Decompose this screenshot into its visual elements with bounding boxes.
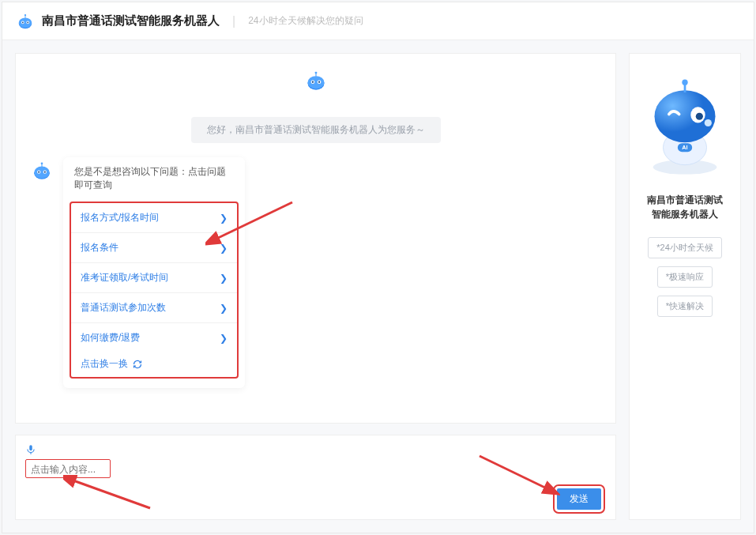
svg-line-27 <box>71 480 150 508</box>
svg-point-23 <box>41 162 43 164</box>
question-item[interactable]: 普通话测试参加次数 ❯ <box>71 293 237 323</box>
suggestion-intro: 您是不是想咨询以下问题：点击问题即可查询 <box>63 165 245 194</box>
question-label: 如何缴费/退费 <box>81 331 140 345</box>
robot-large-icon: AI <box>641 76 728 179</box>
app-window: 南昌市普通话测试智能服务机器人 | 24小时全天候解决您的疑问 <box>2 2 754 533</box>
question-label: 报名方式/报名时间 <box>81 211 159 224</box>
svg-rect-25 <box>29 445 32 450</box>
svg-point-5 <box>27 21 28 23</box>
chevron-right-icon: ❯ <box>220 213 228 224</box>
svg-line-28 <box>480 456 548 489</box>
refresh-label: 点击换一换 <box>81 357 128 371</box>
sidebar-robot-illustration: AI <box>641 76 728 182</box>
question-label: 报名条件 <box>81 241 118 254</box>
sidebar-tag: *24小时全天候 <box>648 237 722 258</box>
svg-text:AI: AI <box>682 144 687 151</box>
sidebar-title-line1: 南昌市普通话测试 <box>647 194 723 205</box>
message-input-wrap[interactable] <box>25 459 111 478</box>
svg-point-13 <box>318 81 319 83</box>
question-item[interactable]: 报名方式/报名时间 ❯ <box>71 203 237 233</box>
question-label: 准考证领取/考试时间 <box>81 271 168 284</box>
chat-area: 您好，南昌市普通话测试智能服务机器人为您服务～ <box>15 53 616 424</box>
header-divider: | <box>232 14 235 28</box>
microphone-icon <box>25 443 36 456</box>
app-subtitle: 24小时全天候解决您的疑问 <box>248 14 363 28</box>
svg-point-9 <box>307 76 324 89</box>
bot-avatar-small <box>32 160 54 184</box>
question-label: 普通话测试参加次数 <box>81 301 166 315</box>
suggestion-card: 您是不是想咨询以下问题：点击问题即可查询 报名方式/报名时间 ❯ 报名条件 ❯ <box>63 157 245 388</box>
refresh-icon <box>133 360 142 369</box>
sidebar-tag: *极速响应 <box>657 266 713 288</box>
svg-point-11 <box>311 81 313 83</box>
chevron-right-icon: ❯ <box>220 273 228 284</box>
voice-button[interactable] <box>25 442 606 458</box>
question-list: 报名方式/报名时间 ❯ 报名条件 ❯ 准考证领取/考试时间 ❯ <box>70 202 239 379</box>
question-item[interactable]: 如何缴费/退费 ❯ <box>71 323 237 352</box>
chevron-right-icon: ❯ <box>220 333 228 344</box>
refresh-questions[interactable]: 点击换一换 <box>71 352 237 374</box>
svg-point-3 <box>22 21 24 23</box>
svg-point-21 <box>44 171 46 173</box>
chevron-right-icon: ❯ <box>220 243 228 254</box>
suggestion-message-row: 您是不是想咨询以下问题：点击问题即可查询 报名方式/报名时间 ❯ 报名条件 ❯ <box>32 157 600 388</box>
svg-point-17 <box>34 167 50 179</box>
body: 您好，南昌市普通话测试智能服务机器人为您服务～ <box>2 40 754 533</box>
message-input[interactable] <box>31 464 105 475</box>
input-panel: 发送 <box>15 435 616 520</box>
svg-point-35 <box>696 113 703 120</box>
robot-icon <box>305 70 327 92</box>
bot-avatar-centered <box>32 70 600 95</box>
chat-column: 您好，南昌市普通话测试智能服务机器人为您服务～ <box>15 53 616 520</box>
svg-point-1 <box>19 17 32 28</box>
svg-point-38 <box>705 119 712 126</box>
question-item[interactable]: 准考证领取/考试时间 ❯ <box>71 263 237 293</box>
sidebar: AI <box>629 53 741 520</box>
greeting-message: 您好，南昌市普通话测试智能服务机器人为您服务～ <box>191 117 441 143</box>
header: 南昌市普通话测试智能服务机器人 | 24小时全天候解决您的疑问 <box>2 2 754 40</box>
chevron-right-icon: ❯ <box>220 303 228 314</box>
svg-point-37 <box>682 80 687 85</box>
robot-icon <box>32 160 52 181</box>
question-item[interactable]: 报名条件 ❯ <box>71 233 237 263</box>
sidebar-title: 南昌市普通话测试 智能服务机器人 <box>647 193 723 221</box>
sidebar-title-line2: 智能服务机器人 <box>652 209 718 220</box>
svg-point-7 <box>24 14 26 16</box>
greeting-wrap: 您好，南昌市普通话测试智能服务机器人为您服务～ <box>32 109 600 157</box>
app-title: 南昌市普通话测试智能服务机器人 <box>42 13 220 28</box>
robot-logo-icon <box>17 13 34 30</box>
svg-point-33 <box>655 90 716 142</box>
svg-point-15 <box>314 72 317 74</box>
svg-point-19 <box>38 171 39 173</box>
send-button[interactable]: 发送 <box>557 488 601 510</box>
sidebar-tag: *快速解决 <box>657 296 713 317</box>
annotation-arrow-input <box>63 475 158 514</box>
